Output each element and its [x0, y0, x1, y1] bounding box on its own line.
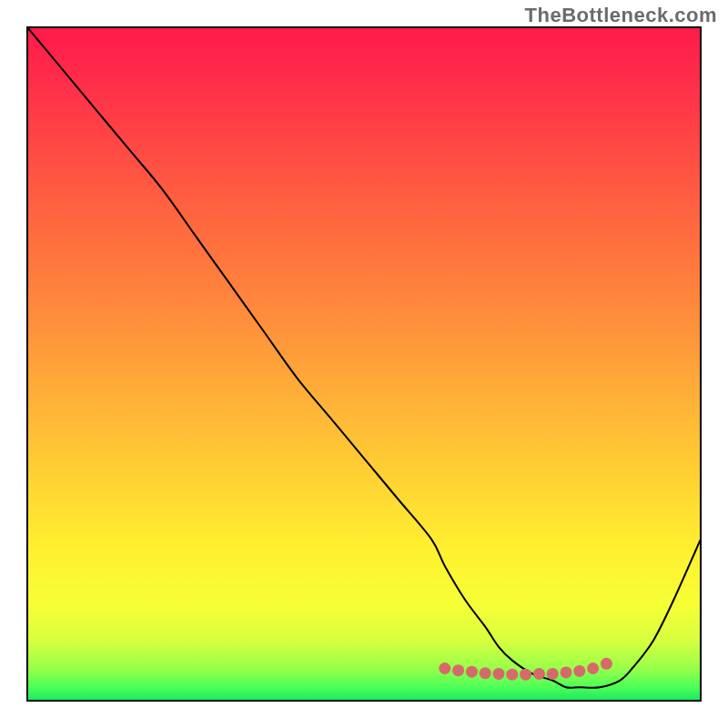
- bottleneck-chart: [0, 0, 728, 728]
- bottleneck-marker: [520, 669, 531, 681]
- bottleneck-marker: [493, 668, 505, 680]
- bottleneck-marker: [533, 668, 545, 680]
- bottleneck-marker: [439, 662, 450, 674]
- bottleneck-marker: [573, 665, 585, 677]
- bottleneck-marker: [587, 662, 599, 674]
- bottleneck-marker: [601, 658, 612, 670]
- bottleneck-marker: [466, 666, 478, 678]
- plot-background: [27, 27, 701, 701]
- chart-stage: TheBottleneck.com: [0, 0, 728, 728]
- bottleneck-marker: [480, 667, 491, 679]
- bottleneck-marker: [547, 668, 559, 680]
- bottleneck-marker: [561, 666, 572, 678]
- bottleneck-marker: [506, 669, 518, 681]
- bottleneck-marker: [452, 664, 464, 676]
